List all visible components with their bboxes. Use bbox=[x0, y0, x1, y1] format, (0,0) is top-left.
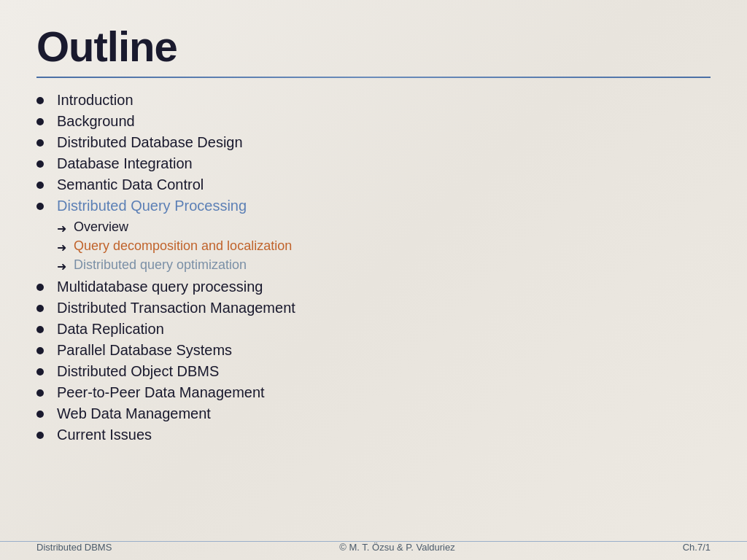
bullet-dot bbox=[36, 347, 44, 354]
bullet-dot bbox=[36, 389, 44, 397]
bullet-dot bbox=[36, 118, 44, 125]
bullet-dot bbox=[36, 305, 44, 312]
bullet-dot bbox=[36, 139, 44, 147]
subitem-query-decomp: ➜ Query decomposition and localization bbox=[57, 237, 711, 256]
subitem-text-dist-query-opt: Distributed query optimization bbox=[74, 257, 247, 273]
bullet-parallel-db: Parallel Database Systems bbox=[36, 340, 711, 361]
bullet-semantic: Semantic Data Control bbox=[36, 174, 711, 195]
bullet-text-multidatabase: Multidatabase query processing bbox=[57, 279, 263, 295]
bullet-dot bbox=[36, 411, 44, 418]
bullet-text-introduction: Introduction bbox=[57, 92, 133, 109]
bullet-introduction: Introduction bbox=[36, 90, 711, 111]
bullet-db-integration: Database Integration bbox=[36, 153, 711, 174]
bullet-text-web-data: Web Data Management bbox=[57, 405, 211, 422]
slide-title: Outline bbox=[36, 22, 711, 71]
footer-right-text: Ch.7/1 bbox=[683, 542, 711, 553]
subitem-text-overview: Overview bbox=[74, 219, 128, 235]
bullet-background: Background bbox=[36, 111, 711, 132]
bullet-text-dist-obj: Distributed Object DBMS bbox=[57, 363, 219, 380]
arrow-icon: ➜ bbox=[57, 260, 66, 273]
subitem-text-query-decomp: Query decomposition and localization bbox=[74, 238, 292, 254]
slide-container: Outline Introduction Background Distribu… bbox=[0, 0, 747, 560]
divider bbox=[36, 77, 711, 78]
bullet-multidatabase: Multidatabase query processing bbox=[36, 276, 711, 298]
bullet-dot bbox=[36, 97, 44, 104]
bullet-dot bbox=[36, 182, 44, 189]
arrow-icon: ➜ bbox=[57, 222, 66, 236]
footer-center-text: © M. T. Özsu & P. Valduriez bbox=[339, 542, 454, 553]
bullet-dot bbox=[36, 432, 44, 439]
bullet-dot bbox=[36, 160, 44, 168]
bullet-text-semantic: Semantic Data Control bbox=[57, 176, 204, 193]
slide-footer: Distributed DBMS © M. T. Özsu & P. Valdu… bbox=[0, 541, 747, 553]
bullet-text-db-integration: Database Integration bbox=[57, 155, 193, 172]
bullet-dist-txn: Distributed Transaction Management bbox=[36, 298, 711, 319]
bullet-text-dist-txn: Distributed Transaction Management bbox=[57, 300, 295, 316]
dqp-subitems: ➜ Overview ➜ Query decomposition and loc… bbox=[57, 218, 711, 275]
bullet-text-background: Background bbox=[57, 113, 135, 130]
bullet-ddb-design: Distributed Database Design bbox=[36, 132, 711, 153]
bullet-dqp: Distributed Query Processing bbox=[36, 195, 711, 217]
bullet-data-rep: Data Replication bbox=[36, 319, 711, 340]
subitem-overview: ➜ Overview bbox=[57, 218, 711, 237]
bullet-text-p2p: Peer-to-Peer Data Management bbox=[57, 384, 265, 401]
footer-left-text: Distributed DBMS bbox=[36, 542, 112, 553]
bullet-dot bbox=[36, 203, 44, 210]
bullet-text-current: Current Issues bbox=[57, 427, 152, 443]
bullet-text-parallel-db: Parallel Database Systems bbox=[57, 342, 232, 359]
bullet-dot bbox=[36, 368, 44, 376]
bullet-p2p: Peer-to-Peer Data Management bbox=[36, 382, 711, 403]
bullet-dist-obj: Distributed Object DBMS bbox=[36, 361, 711, 382]
bullet-text-ddb-design: Distributed Database Design bbox=[57, 134, 243, 151]
arrow-icon: ➜ bbox=[57, 241, 66, 254]
bullet-text-data-rep: Data Replication bbox=[57, 321, 164, 338]
bullet-current: Current Issues bbox=[36, 424, 711, 446]
subitem-dist-query-opt: ➜ Distributed query optimization bbox=[57, 256, 711, 275]
bullet-dot bbox=[36, 284, 44, 291]
bullet-web-data: Web Data Management bbox=[36, 403, 711, 424]
bullet-text-dqp: Distributed Query Processing bbox=[57, 198, 247, 214]
content-area: Introduction Background Distributed Data… bbox=[36, 90, 711, 446]
bullet-dot bbox=[36, 326, 44, 333]
